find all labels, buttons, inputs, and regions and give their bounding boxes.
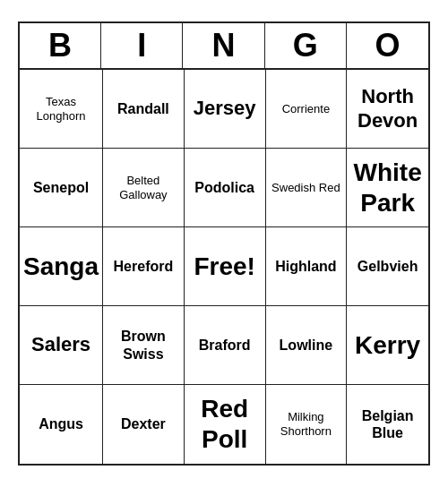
bingo-cell: Belted Galloway <box>103 149 185 227</box>
bingo-card: BINGO Texas LonghornRandallJerseyCorrien… <box>18 21 430 466</box>
bingo-cell: Highland <box>266 227 348 306</box>
bingo-cell: Milking Shorthorn <box>266 385 348 464</box>
header-letter: I <box>101 23 183 68</box>
header-letter: O <box>347 23 428 68</box>
bingo-cell: Brown Swiss <box>103 306 185 385</box>
bingo-cell: Texas Longhorn <box>20 70 103 149</box>
bingo-cell: Braford <box>185 306 266 385</box>
bingo-cell: Randall <box>103 70 185 149</box>
bingo-grid: Texas LonghornRandallJerseyCorrienteNort… <box>20 70 428 464</box>
header-letter: B <box>20 23 101 68</box>
bingo-cell: Sanga <box>20 227 103 306</box>
bingo-cell: Podolica <box>185 149 266 227</box>
bingo-cell: Kerry <box>347 306 428 385</box>
bingo-cell: Jersey <box>185 70 266 149</box>
bingo-cell: Belgian Blue <box>347 385 428 464</box>
bingo-cell: White Park <box>347 149 428 227</box>
bingo-cell: Free! <box>185 227 266 306</box>
bingo-header: BINGO <box>20 23 428 70</box>
bingo-cell: Senepol <box>20 149 103 227</box>
header-letter: G <box>265 23 347 68</box>
bingo-cell: Dexter <box>103 385 185 464</box>
bingo-cell: Lowline <box>266 306 348 385</box>
header-letter: N <box>183 23 264 68</box>
bingo-cell: Red Poll <box>185 385 266 464</box>
bingo-cell: Hereford <box>103 227 185 306</box>
bingo-cell: North Devon <box>347 70 428 149</box>
bingo-cell: Swedish Red <box>266 149 348 227</box>
bingo-cell: Gelbvieh <box>347 227 428 306</box>
bingo-cell: Angus <box>20 385 103 464</box>
bingo-cell: Corriente <box>266 70 348 149</box>
bingo-cell: Salers <box>20 306 103 385</box>
